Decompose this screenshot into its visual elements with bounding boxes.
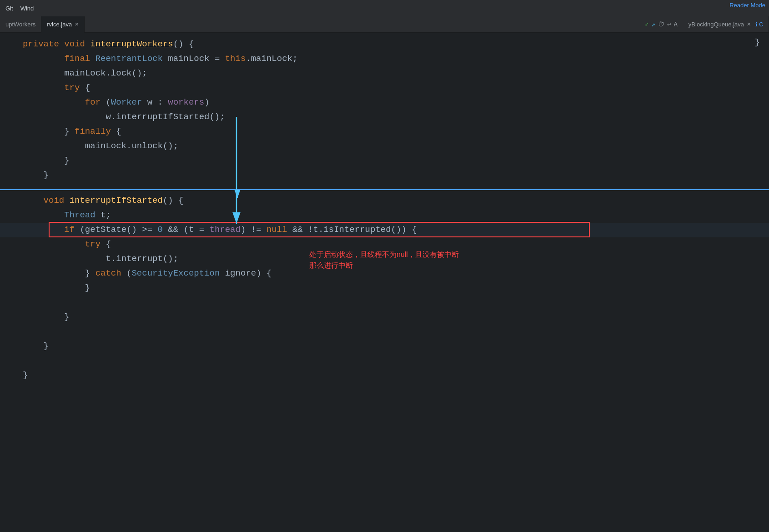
toolbar-translate-icon[interactable]: A xyxy=(674,21,677,28)
kw-finally: finally xyxy=(75,126,111,136)
space-2 xyxy=(85,39,90,49)
code-content-b5: t.interrupt(); xyxy=(23,252,769,266)
code-line-b10 xyxy=(0,325,769,339)
plain-and3: && !t.isInterrupted()) { xyxy=(287,225,417,235)
plain-try-brace: { xyxy=(80,83,90,93)
indent-4 xyxy=(23,83,64,93)
toolbar-check-icon[interactable]: ✓ xyxy=(645,20,648,28)
paren-b1: () { xyxy=(163,196,184,206)
code-line-8: mainLock.unlock(); xyxy=(0,139,769,154)
code-content-5: for (Worker w : workers) xyxy=(23,96,769,109)
tab-yblockingqueue-close[interactable]: ✕ xyxy=(747,21,751,27)
editor-area: } private void interruptWorkers() { fina… xyxy=(0,33,769,532)
indent-b3 xyxy=(23,225,64,235)
code-line-b5: t.interrupt(); xyxy=(0,252,769,266)
indent-b6: } xyxy=(23,268,95,278)
code-content-b11: } xyxy=(23,340,769,353)
plain-catch: ( xyxy=(121,268,132,278)
indent-2 xyxy=(23,54,64,64)
indent-7: } xyxy=(23,126,75,136)
code-line-10: } xyxy=(0,168,769,183)
space-b1 xyxy=(64,196,69,206)
tab-yblockingqueue-label: yBlockingQueue.java xyxy=(689,21,744,28)
type-reentrantlock: ReentrantLock xyxy=(95,54,163,64)
num-zero: 0 xyxy=(157,225,162,235)
code-line-b13: } xyxy=(0,368,769,383)
code-line-6: w.interruptIfStarted(); xyxy=(0,110,769,125)
code-line-4: try { xyxy=(0,81,769,95)
kw-for: for xyxy=(85,97,101,107)
plain-and1: && (t = xyxy=(163,225,210,235)
code-content-b4: try { xyxy=(23,238,769,251)
code-content-b1: void interruptIfStarted() { xyxy=(23,194,769,207)
kw-private: private xyxy=(23,39,59,49)
code-line-1: private void interruptWorkers() { xyxy=(0,37,769,52)
plain-try-b-brace: { xyxy=(101,239,111,249)
code-content-b7: } xyxy=(23,281,769,295)
code-line-b1: void interruptIfStarted() { xyxy=(0,194,769,208)
code-content-1: private void interruptWorkers() { xyxy=(23,38,769,51)
code-line-b11: } xyxy=(0,339,769,354)
code-panel-bottom: void interruptIfStarted() { Thread t; if… xyxy=(0,190,769,532)
type-securityexception: SecurityException xyxy=(131,268,220,278)
plain-close10: } xyxy=(23,170,49,180)
right-panel-brace: } xyxy=(755,37,760,47)
code-content-6: w.interruptIfStarted(); xyxy=(23,110,769,124)
code-line-b2: Thread t; xyxy=(0,208,769,223)
kw-final: final xyxy=(64,54,90,64)
space-3 xyxy=(90,54,95,64)
code-line-b4: try { xyxy=(0,237,769,252)
tab-rvice-java-close[interactable]: ✕ xyxy=(75,21,79,27)
toolbar-clock-icon[interactable]: ⏱ xyxy=(658,21,664,28)
kw-try-b: try xyxy=(85,239,101,249)
code-content-b6: } catch (SecurityException ignore) { xyxy=(23,267,769,280)
plain-interruptifstarted: w.interruptIfStarted(); xyxy=(23,112,225,122)
code-line-5: for (Worker w : workers) xyxy=(0,95,769,110)
indent-b4 xyxy=(23,239,85,249)
code-line-9: } xyxy=(0,154,769,168)
method-interruptifstarted: interruptIfStarted xyxy=(70,196,163,206)
toolbar-undo-icon[interactable]: ↩ xyxy=(667,20,671,28)
code-line-3: mainLock.lock(); xyxy=(0,66,769,81)
code-content-b2: Thread t; xyxy=(23,209,769,222)
code-content-10: } xyxy=(23,169,769,182)
plain-and2: ) != xyxy=(241,225,266,235)
code-content-9: } xyxy=(23,154,769,167)
plain-unlock: mainLock.unlock(); xyxy=(23,141,178,151)
paren-1: () { xyxy=(173,39,194,49)
tab-bar: uptWorkers rvice.java ✕ ✓ ↗ ⏱ ↩ A yBlock… xyxy=(0,16,769,33)
kw-catch: catch xyxy=(95,268,121,278)
code-line-b12 xyxy=(0,354,769,368)
kw-this: this xyxy=(225,54,246,64)
indent-b2 xyxy=(23,210,64,220)
menu-git[interactable]: Git xyxy=(5,5,13,12)
code-content-8: mainLock.unlock(); xyxy=(23,140,769,153)
tab-rvice-java[interactable]: rvice.java ✕ xyxy=(41,16,85,33)
plain-close9: } xyxy=(23,156,70,166)
plain-close-b7: } xyxy=(23,283,90,293)
tab-uptworkers[interactable]: uptWorkers xyxy=(0,16,41,33)
kw-if: if xyxy=(64,225,75,235)
menu-wind[interactable]: Wind xyxy=(20,5,34,12)
code-line-b3: if (getState() >= 0 && (t = thread) != n… xyxy=(0,223,769,237)
plain-mainlock2: .mainLock; xyxy=(246,54,297,64)
plain-close-b11: } xyxy=(23,341,49,351)
plain-close-b13: } xyxy=(23,370,28,380)
tab-uptworkers-label: uptWorkers xyxy=(5,21,35,28)
tab-yblockingqueue[interactable]: yBlockingQueue.java ✕ ℹ C xyxy=(683,16,769,33)
code-content-3: mainLock.lock(); xyxy=(23,67,769,80)
toolbar-arrow-icon[interactable]: ↗ xyxy=(652,20,655,28)
plain-ignore: ignore) { xyxy=(220,268,271,278)
code-content-b9: } xyxy=(23,311,769,324)
workers-var: workers xyxy=(168,97,204,107)
code-content-4: try { xyxy=(23,81,769,95)
code-content-b3: if (getState() >= 0 && (t = thread) != n… xyxy=(23,223,769,236)
type-worker: Worker xyxy=(111,97,142,107)
reader-mode-label[interactable]: Reader Mode xyxy=(729,2,765,9)
plain-interrupt: t.interrupt(); xyxy=(23,254,178,264)
code-panel-top: } private void interruptWorkers() { fina… xyxy=(0,33,769,190)
code-content-2: final ReentrantLock mainLock = this.main… xyxy=(23,52,769,65)
thread-var: thread xyxy=(210,225,241,235)
code-line-7: } finally { xyxy=(0,125,769,139)
kw-try: try xyxy=(64,83,80,93)
